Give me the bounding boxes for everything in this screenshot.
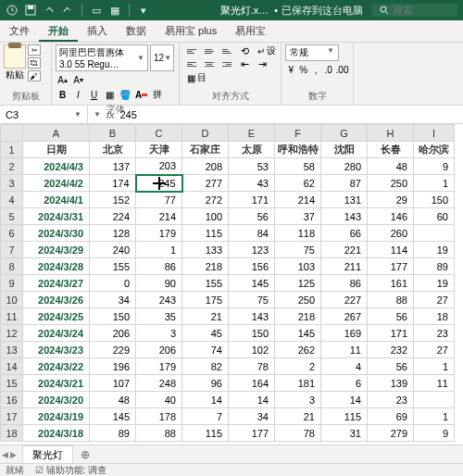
column-header[interactable]: F xyxy=(275,125,321,142)
data-cell[interactable]: 245 xyxy=(136,175,182,192)
data-cell[interactable]: 260 xyxy=(368,225,414,242)
data-cell[interactable]: 9 xyxy=(414,158,455,175)
indent-increase-icon[interactable]: ⇥ xyxy=(254,57,270,70)
column-header[interactable]: G xyxy=(321,125,368,142)
date-cell[interactable]: 2024/3/31 xyxy=(23,208,90,225)
data-cell[interactable]: 11 xyxy=(414,375,455,392)
sheet-tab[interactable]: 聚光灯 xyxy=(22,445,73,464)
add-sheet-button[interactable]: ⊕ xyxy=(75,446,95,463)
data-cell[interactable]: 88 xyxy=(368,292,414,308)
data-cell[interactable]: 250 xyxy=(275,292,321,308)
data-cell[interactable]: 2 xyxy=(275,358,321,375)
data-cell[interactable]: 181 xyxy=(275,375,321,392)
data-cell[interactable]: 19 xyxy=(414,242,455,258)
data-cell[interactable]: 114 xyxy=(368,242,414,258)
spreadsheet-grid[interactable]: ABCDEFGHI1日期北京天津石家庄太原呼和浩特沈阳长春哈尔滨22024/4/… xyxy=(0,124,463,442)
data-cell[interactable]: 206 xyxy=(90,325,136,342)
data-cell[interactable]: 203 xyxy=(136,158,182,175)
indent-decrease-icon[interactable]: ⇤ xyxy=(236,57,253,70)
data-cell[interactable]: 139 xyxy=(368,375,414,392)
data-cell[interactable]: 84 xyxy=(229,225,275,242)
data-cell[interactable]: 125 xyxy=(275,275,321,292)
tab-insert[interactable]: 插入 xyxy=(78,20,117,42)
data-cell[interactable]: 1 xyxy=(136,242,182,258)
underline-button[interactable]: U xyxy=(87,88,101,101)
phonetic-button[interactable]: 拼 xyxy=(150,88,164,101)
date-cell[interactable]: 2024/3/19 xyxy=(23,408,90,425)
row-header[interactable]: 18 xyxy=(1,425,23,442)
data-cell[interactable]: 21 xyxy=(275,408,321,425)
data-cell[interactable]: 74 xyxy=(182,342,229,358)
data-cell[interactable]: 277 xyxy=(182,175,229,192)
data-cell[interactable]: 143 xyxy=(229,308,275,325)
data-cell[interactable]: 89 xyxy=(414,258,455,275)
date-cell[interactable]: 2024/3/28 xyxy=(23,258,90,275)
tab-file[interactable]: 文件 xyxy=(0,20,39,42)
row-header[interactable]: 13 xyxy=(1,342,23,358)
data-cell[interactable]: 250 xyxy=(368,175,414,192)
data-cell[interactable]: 1 xyxy=(414,175,455,192)
data-cell[interactable]: 146 xyxy=(368,208,414,225)
data-cell[interactable]: 229 xyxy=(90,342,136,358)
font-name-combo[interactable]: 阿里巴巴普惠体 3.0 55 Regu…▼ xyxy=(56,44,148,71)
align-top-icon[interactable] xyxy=(183,44,200,57)
data-cell[interactable] xyxy=(414,392,455,408)
row-header[interactable]: 4 xyxy=(1,192,23,208)
data-cell[interactable]: 218 xyxy=(182,258,229,275)
data-cell[interactable]: 86 xyxy=(136,258,182,275)
data-cell[interactable]: 123 xyxy=(229,242,275,258)
data-cell[interactable]: 3 xyxy=(275,392,321,408)
data-cell[interactable]: 280 xyxy=(321,158,368,175)
data-cell[interactable]: 88 xyxy=(136,425,182,442)
decrease-font-icon[interactable]: A▾ xyxy=(71,73,85,86)
data-cell[interactable]: 248 xyxy=(136,375,182,392)
sheet-nav-next-icon[interactable]: ▶ xyxy=(10,450,17,459)
data-cell[interactable]: 174 xyxy=(90,175,136,192)
data-cell[interactable]: 21 xyxy=(182,308,229,325)
row-header[interactable]: 7 xyxy=(1,242,23,258)
row-header[interactable]: 5 xyxy=(1,208,23,225)
data-cell[interactable]: 145 xyxy=(275,325,321,342)
qat-icon-2[interactable]: ▦ xyxy=(108,4,121,17)
date-cell[interactable]: 2024/3/18 xyxy=(23,425,90,442)
italic-button[interactable]: I xyxy=(71,88,85,101)
data-cell[interactable]: 107 xyxy=(90,375,136,392)
undo-icon[interactable] xyxy=(43,4,56,17)
row-header[interactable]: 10 xyxy=(1,292,23,308)
data-cell[interactable]: 137 xyxy=(90,158,136,175)
data-cell[interactable]: 150 xyxy=(229,325,275,342)
row-header[interactable]: 3 xyxy=(1,175,23,192)
comma-icon[interactable]: , xyxy=(310,63,322,76)
data-cell[interactable]: 53 xyxy=(229,158,275,175)
date-cell[interactable]: 2024/3/21 xyxy=(23,375,90,392)
data-cell[interactable]: 115 xyxy=(321,408,368,425)
data-cell[interactable]: 43 xyxy=(229,175,275,192)
data-cell[interactable]: 78 xyxy=(275,425,321,442)
row-header[interactable]: 2 xyxy=(1,158,23,175)
data-cell[interactable]: 29 xyxy=(368,192,414,208)
data-cell[interactable]: 0 xyxy=(90,275,136,292)
data-cell[interactable]: 40 xyxy=(136,392,182,408)
data-cell[interactable]: 178 xyxy=(136,408,182,425)
data-cell[interactable]: 240 xyxy=(90,242,136,258)
data-cell[interactable]: 18 xyxy=(414,308,455,325)
data-cell[interactable]: 82 xyxy=(182,358,229,375)
font-size-combo[interactable]: 12▼ xyxy=(150,44,174,71)
data-cell[interactable]: 75 xyxy=(275,242,321,258)
column-header[interactable]: H xyxy=(368,125,414,142)
data-cell[interactable]: 45 xyxy=(182,325,229,342)
orientation-icon[interactable]: ⟲ xyxy=(236,44,253,57)
fx-icon[interactable]: fx xyxy=(106,109,115,120)
border-button[interactable]: ▦ xyxy=(103,88,117,101)
column-header[interactable]: B xyxy=(90,125,136,142)
data-cell[interactable]: 11 xyxy=(321,342,368,358)
data-cell[interactable]: 86 xyxy=(321,275,368,292)
row-header[interactable]: 8 xyxy=(1,258,23,275)
data-cell[interactable]: 100 xyxy=(182,208,229,225)
format-painter-icon[interactable]: 🖌 xyxy=(28,70,41,81)
table-header-cell[interactable]: 哈尔滨 xyxy=(414,142,455,158)
date-cell[interactable]: 2024/3/22 xyxy=(23,358,90,375)
data-cell[interactable]: 161 xyxy=(368,275,414,292)
data-cell[interactable]: 177 xyxy=(229,425,275,442)
column-header[interactable]: C xyxy=(136,125,182,142)
